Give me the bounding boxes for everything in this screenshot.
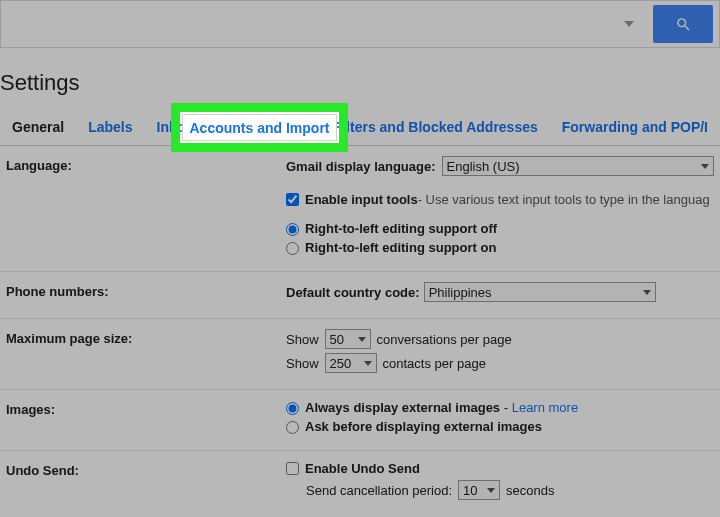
settings-tabs: General Labels Inbox Filters and Blocked… <box>0 110 720 146</box>
display-language-label: Gmail display language: <box>286 159 436 174</box>
rtl-on-label: Right-to-left editing support on <box>305 240 496 255</box>
search-icon <box>675 16 692 33</box>
undo-label: Undo Send: <box>6 461 286 504</box>
tab-filters[interactable]: Filters and Blocked Addresses <box>322 110 550 145</box>
rtl-off-radio[interactable] <box>286 223 299 236</box>
pagesize-label: Maximum page size: <box>6 329 286 377</box>
seconds-label: seconds <box>506 483 554 498</box>
conversations-per-page-select[interactable]: 50 <box>325 329 371 349</box>
top-search-bar <box>0 0 720 48</box>
enable-undo-checkbox[interactable] <box>286 462 299 475</box>
conversations-suffix: conversations per page <box>377 332 512 347</box>
country-code-label: Default country code: <box>286 285 420 300</box>
cancel-period-select[interactable]: 10 <box>458 480 500 500</box>
rtl-on-radio[interactable] <box>286 242 299 255</box>
section-phone: Phone numbers: Default country code: Phi… <box>0 272 720 319</box>
tab-forwarding[interactable]: Forwarding and POP/I <box>550 110 720 145</box>
contacts-suffix: contacts per page <box>383 356 486 371</box>
page-title: Settings <box>0 48 720 110</box>
cancel-period-label: Send cancellation period: <box>306 483 452 498</box>
enable-input-tools-desc: - Use various text input tools to type i… <box>418 192 710 207</box>
tab-inbox[interactable]: Inbox <box>145 110 206 145</box>
show-label-2: Show <box>286 356 319 371</box>
images-always-radio[interactable] <box>286 402 299 415</box>
contacts-per-page-select[interactable]: 250 <box>325 353 377 373</box>
images-learn-more-link[interactable]: Learn more <box>512 400 578 415</box>
tab-general[interactable]: General <box>0 110 76 145</box>
section-undo: Undo Send: Enable Undo Send Send cancell… <box>0 451 720 516</box>
phone-label: Phone numbers: <box>6 282 286 306</box>
enable-undo-label: Enable Undo Send <box>305 461 420 476</box>
enable-input-tools-checkbox[interactable] <box>286 193 299 206</box>
images-always-label: Always display external images <box>305 400 500 415</box>
images-ask-radio[interactable] <box>286 421 299 434</box>
tab-labels[interactable]: Labels <box>76 110 144 145</box>
search-options-arrow-icon[interactable] <box>619 14 639 34</box>
section-language: Language: Gmail display language: Englis… <box>0 146 720 272</box>
search-button[interactable] <box>653 5 713 43</box>
section-pagesize: Maximum page size: Show 50 conversations… <box>0 319 720 390</box>
section-images: Images: Always display external images -… <box>0 390 720 451</box>
display-language-select[interactable]: English (US) <box>442 156 714 176</box>
country-code-select[interactable]: Philippines <box>424 282 656 302</box>
show-label-1: Show <box>286 332 319 347</box>
images-ask-label: Ask before displaying external images <box>305 419 542 434</box>
language-label: Language: <box>6 156 286 259</box>
enable-input-tools-label: Enable input tools <box>305 192 418 207</box>
rtl-off-label: Right-to-left editing support off <box>305 221 497 236</box>
images-label: Images: <box>6 400 286 438</box>
search-field-area[interactable] <box>1 1 653 47</box>
